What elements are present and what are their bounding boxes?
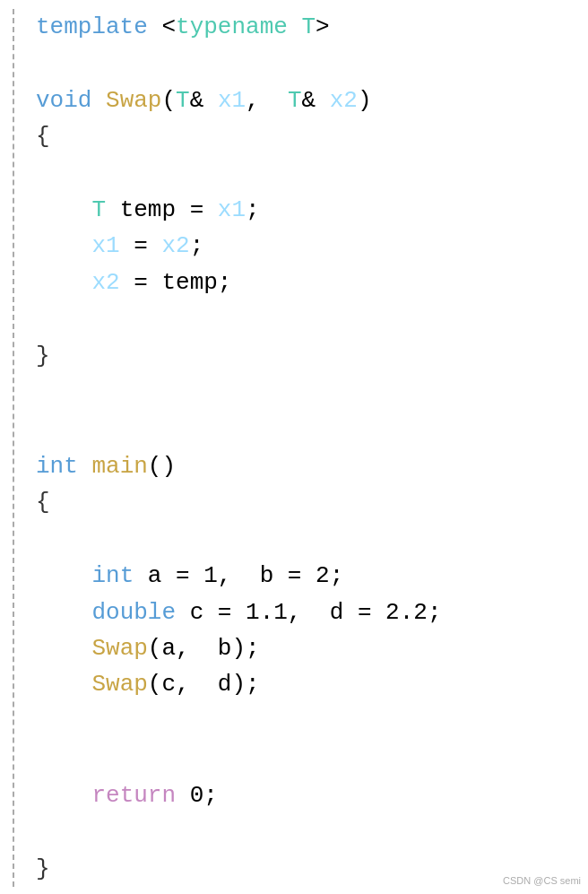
func-swap: Swap [106,87,161,114]
code-line-5: x1 = x2; [27,228,588,264]
watermark: CSDN @CS semi [503,873,581,889]
blank-line-3 [27,300,588,338]
type-T: T [301,13,316,40]
code-line-13: Swap(c, d); [27,666,588,702]
func-main: main [91,453,147,480]
blank-line [27,45,588,82]
var-x2c: x2 [91,269,119,296]
keyword-template: template [36,13,148,40]
keyword-int2: int [91,562,134,589]
code-line-3: { [27,118,588,154]
dashed-line [13,9,14,887]
blank-line-8 [27,740,588,777]
code-line-10: int a = 1, b = 2; [27,558,588,594]
blank-line-2 [27,154,588,192]
code-line-11: double c = 1.1, d = 2.2; [27,595,588,630]
keyword-typename: typename [176,13,288,40]
code-line-7: } [27,338,588,374]
blank-line-4 [27,374,588,412]
var-x2b: x2 [161,232,189,259]
var-x1b: x1 [91,232,119,259]
code-line-6: x2 = temp; [27,265,588,300]
func-swap3: Swap [91,671,147,698]
code-line-8: int main() [27,448,588,484]
keyword-void: void [36,87,91,114]
type-T4: T [91,196,106,223]
code-line-4: T temp = x1; [27,192,588,228]
code-line-1: template <typename T> [27,9,588,45]
keyword-int: int [36,453,78,480]
var-x1: x1 [218,196,246,223]
param-x2: x2 [330,87,358,114]
blank-line-5 [27,411,588,448]
code-container: template <typename T> void Swap(T& x1, T… [0,9,588,887]
func-swap2: Swap [91,635,147,662]
type-T3: T [288,87,302,114]
type-T2: T [176,87,190,114]
blank-line-7 [27,702,588,740]
code-line-14: return 0; [27,777,588,813]
blank-line-6 [27,521,588,559]
keyword-return: return [91,782,176,809]
blank-line-9 [27,813,588,851]
code-line-9: { [27,484,588,520]
keyword-double: double [91,599,176,626]
param-x1: x1 [218,87,246,114]
code-line-12: Swap(a, b); [27,630,588,666]
code-line-2: void Swap(T& x1, T& x2) [27,82,588,118]
